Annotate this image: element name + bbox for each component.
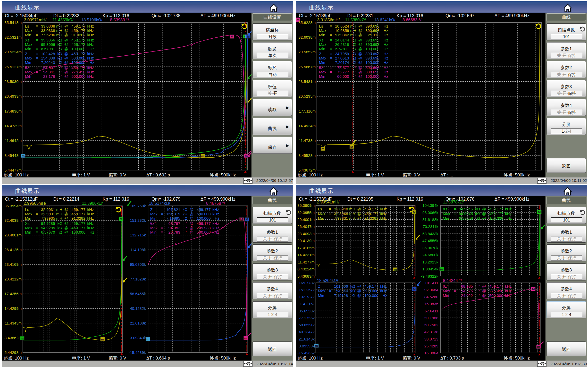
svg-text:94.352: 94.352: [169, 225, 180, 230]
svg-text:M: M: [350, 145, 353, 149]
svg-text:°: °: [61, 74, 62, 78]
svg-text:91.0282: 91.0282: [71, 33, 85, 37]
svg-text:23.789: 23.789: [169, 230, 180, 234]
svg-text:ΔF = 499.900kHz: ΔF = 499.900kHz: [494, 13, 530, 18]
svg-text:@: @: [64, 74, 68, 78]
svg-text:151.232k: 151.232k: [130, 218, 146, 223]
svg-text:=: =: [161, 225, 163, 230]
svg-text:@: @: [190, 216, 194, 220]
svg-text:5.43683m: 5.43683m: [297, 274, 315, 278]
svg-text:Min: Min: [25, 46, 31, 51]
svg-text:Ω: Ω: [353, 46, 356, 51]
svg-text:Kp = 112.016: Kp = 112.016: [397, 196, 423, 201]
svg-text:kHz: kHz: [213, 207, 219, 212]
svg-text:@: @: [358, 28, 362, 33]
svg-text:Ω: Ω: [353, 38, 356, 42]
svg-text:26.4125m: 26.4125m: [4, 247, 22, 252]
svg-text:=: =: [36, 230, 38, 234]
svg-text:=: =: [36, 65, 38, 70]
svg-text:8.45448m: 8.45448m: [4, 153, 22, 157]
svg-text:kHz: kHz: [87, 207, 94, 212]
svg-text:Ω: Ω: [353, 56, 356, 60]
svg-text:=: =: [36, 42, 38, 46]
svg-text:m: m: [315, 344, 318, 348]
svg-text:=: =: [329, 289, 331, 293]
svg-text:@: @: [190, 230, 194, 234]
svg-text:8.53983 °/: 8.53983 °/: [110, 18, 129, 22]
svg-text:32.8948: 32.8948: [334, 207, 348, 211]
svg-text:kHz: kHz: [87, 74, 94, 78]
svg-text:电平: 1 V: 电平: 1 V: [72, 172, 90, 177]
svg-text:17.4836m: 17.4836m: [4, 109, 22, 113]
svg-text:Min: Min: [150, 230, 156, 234]
svg-text:14.4924m: 14.4924m: [298, 124, 316, 128]
svg-text:偏置: 0 V: 偏置: 0 V: [402, 355, 421, 360]
svg-text:91.0282: 91.0282: [364, 216, 378, 220]
svg-text:kHz: kHz: [505, 284, 512, 288]
svg-text:459.177: 459.177: [489, 211, 503, 216]
svg-text:mH: mH: [349, 211, 355, 216]
svg-text:11.4277m: 11.4277m: [298, 260, 315, 264]
svg-text:24.022: 24.022: [461, 293, 473, 298]
svg-text:kΩ: kΩ: [475, 207, 480, 211]
svg-text:25.4289: 25.4289: [424, 344, 438, 348]
svg-text:=: =: [161, 212, 163, 216]
svg-text:390.693: 390.693: [365, 24, 379, 28]
svg-text:32.9031: 32.9031: [41, 207, 55, 212]
svg-text:24.7959: 24.7959: [335, 52, 349, 56]
svg-text:=: =: [36, 216, 38, 220]
svg-text:459.177: 459.177: [71, 42, 85, 46]
svg-text:132.737k: 132.737k: [299, 295, 315, 299]
svg-text:Ct = -2.15084µF: Ct = -2.15084µF: [5, 13, 38, 18]
svg-text:7.95286: 7.95286: [41, 33, 55, 37]
svg-text:-9.48322k: -9.48322k: [421, 274, 438, 278]
svg-text:3.01856mH/: 3.01856mH/: [317, 18, 340, 22]
svg-text:kHz: kHz: [87, 24, 94, 28]
svg-text:40.1347k: 40.1347k: [299, 330, 315, 334]
svg-text:32.5321m: 32.5321m: [4, 35, 22, 39]
svg-text:Qm= -102.679: Qm= -102.679: [152, 196, 180, 201]
svg-text:Qm= -102.738: Qm= -102.738: [152, 13, 180, 18]
svg-text:20.4139m: 20.4139m: [297, 238, 315, 243]
svg-text:40.1282k: 40.1282k: [130, 306, 146, 311]
svg-text:M: M: [538, 210, 541, 214]
svg-text:18.6241kΩ/: 18.6241kΩ/: [374, 18, 396, 22]
svg-text:=: =: [454, 293, 456, 298]
svg-text:Min: Min: [25, 230, 31, 234]
svg-text:M: M: [532, 287, 535, 291]
svg-text:=: =: [454, 284, 456, 288]
svg-text:18.5196kΩ/: 18.5196kΩ/: [81, 18, 103, 22]
svg-text:Hz: Hz: [383, 293, 387, 298]
svg-text:kHz: kHz: [87, 221, 94, 225]
svg-text:95.3056: 95.3056: [41, 38, 55, 42]
svg-text:29.5224m: 29.5224m: [4, 50, 22, 54]
svg-text:8.43862m: 8.43862m: [4, 336, 22, 340]
svg-text:Min: Min: [319, 33, 325, 37]
svg-text:459.177: 459.177: [197, 207, 211, 212]
svg-text:@: @: [358, 74, 362, 78]
svg-text:16.9864: 16.9864: [424, 351, 438, 355]
svg-text:°: °: [478, 284, 480, 288]
svg-text:kHz: kHz: [505, 289, 512, 293]
svg-text:459.177: 459.177: [71, 38, 85, 42]
svg-text:=: =: [329, 284, 331, 288]
svg-text:7.93935: 7.93935: [41, 216, 55, 220]
svg-text:=: =: [329, 211, 331, 216]
svg-text:°: °: [478, 289, 480, 293]
svg-text:67.6411: 67.6411: [425, 309, 438, 313]
svg-text:=: =: [330, 74, 332, 78]
svg-text:Min: Min: [319, 46, 325, 51]
svg-text:=: =: [330, 24, 332, 28]
svg-text:@: @: [64, 46, 68, 51]
svg-text:7.19828: 7.19828: [334, 293, 348, 298]
svg-text:Max: Max: [150, 212, 158, 216]
svg-text:Max: Max: [319, 70, 326, 74]
svg-text:kHz: kHz: [505, 211, 512, 216]
svg-text:=: =: [330, 65, 332, 70]
svg-text:m: m: [22, 154, 25, 158]
svg-text:Xs: Xs: [25, 38, 30, 42]
svg-text:kΩ: kΩ: [57, 52, 62, 56]
svg-text:14.4231m: 14.4231m: [297, 253, 315, 257]
svg-text:m: m: [146, 337, 149, 341]
svg-text:°: °: [355, 65, 356, 70]
